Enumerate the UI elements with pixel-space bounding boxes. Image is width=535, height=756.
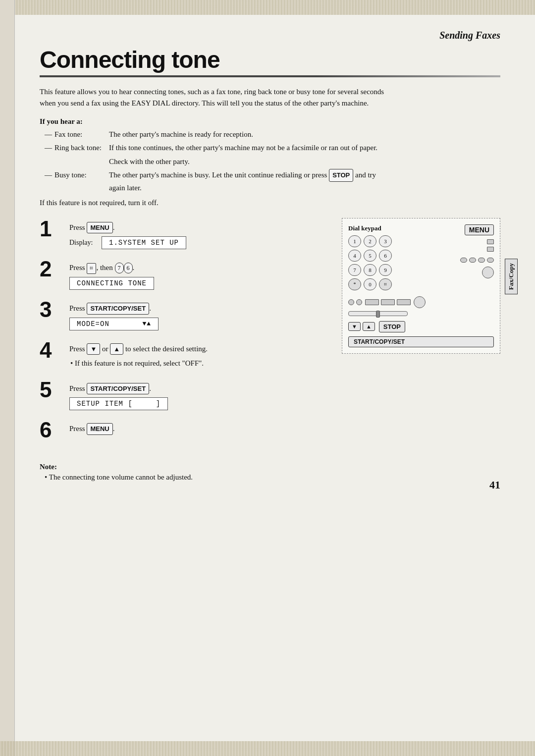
- key-8: 8: [364, 264, 376, 276]
- step-1-body: Press MENU. Display: 1.SYSTEM SET UP: [69, 218, 285, 252]
- step-1-display-row: Display: 1.SYSTEM SET UP: [69, 236, 285, 249]
- key-0: 0: [364, 278, 376, 290]
- slider-thumb: [376, 311, 380, 318]
- startcopyset-key-s5: START/COPY/SET: [87, 383, 149, 395]
- nav-down-key: ▼: [348, 322, 361, 331]
- small-circles-row: [348, 299, 362, 305]
- step-6-body: Press MENU.: [69, 419, 285, 438]
- steps-area: 1 Press MENU. Display: 1.SYSTEM SET UP 2…: [40, 218, 500, 448]
- key-2: 2: [364, 235, 376, 247]
- hash-key-s2: ⌗: [87, 263, 96, 274]
- step-3-arrows: ▼▲: [142, 320, 151, 327]
- up-key-s4: ▲: [110, 343, 123, 355]
- startcopyset-row: START/COPY/SET: [348, 336, 494, 347]
- step-1-display-label: Display:: [69, 239, 97, 247]
- step-6: 6 Press MENU.: [40, 419, 285, 441]
- tone-busy: — Busy tone: The other party's machine i…: [45, 169, 386, 195]
- note-section: Note: • The connecting tone volume canno…: [40, 463, 500, 482]
- slider-bar: [348, 311, 408, 316]
- step-4-body: Press ▼ or ▲ to select the desired setti…: [69, 339, 285, 372]
- nav-keys: ▼ ▲: [348, 322, 375, 331]
- key-9: 9: [379, 264, 392, 276]
- key-star: *: [348, 278, 361, 290]
- keypad-area: 1 2 3 4 5 6 7 8 9 * 0 ⌗: [348, 235, 393, 291]
- small-oval-row: [460, 258, 494, 263]
- page-number: 41: [489, 479, 500, 491]
- note-title: Note:: [40, 463, 500, 471]
- slider-row: [348, 311, 494, 316]
- tone-list: — Fax tone: The other party's machine is…: [45, 128, 386, 195]
- step-2-number: 2: [40, 258, 64, 280]
- stop-button-fax: STOP: [379, 321, 405, 332]
- step-5: 5 Press START/COPY/SET. SETUP ITEM [ ]: [40, 379, 285, 413]
- step-1-display-box: 1.SYSTEM SET UP: [102, 236, 186, 249]
- tone-ringback-2: Check with the other party.: [45, 156, 386, 168]
- turn-off-text: If this feature is not required, turn it…: [40, 199, 500, 207]
- note-item-1: • The connecting tone volume cannot be a…: [45, 473, 500, 482]
- step-3-number: 3: [40, 299, 64, 321]
- step-2-display-row: CONNECTING TONE: [69, 277, 285, 290]
- step-4-number: 4: [40, 339, 64, 361]
- dash-key3: [397, 299, 411, 305]
- hear-label: If you hear a:: [40, 117, 83, 125]
- fax-right-panel: MENU: [460, 224, 494, 278]
- fax-copy-tab: Fax/Copy: [505, 259, 518, 294]
- tone-fax: — Fax tone: The other party's machine is…: [45, 128, 386, 141]
- step-5-display-row: SETUP ITEM [ ]: [69, 397, 285, 410]
- step-5-display-box: SETUP ITEM [ ]: [69, 397, 168, 410]
- dial-label: Dial keypad: [348, 224, 393, 232]
- step-3-display-row: MODE=ON ▼▲: [69, 318, 285, 330]
- menu-key-s6: MENU: [87, 423, 112, 435]
- fax-key-rect1: [487, 239, 494, 244]
- dash-key2: [381, 299, 395, 305]
- down-key-s4: ▼: [87, 343, 100, 355]
- num7-key-s2: 7: [115, 263, 124, 273]
- circle1: [348, 299, 354, 305]
- step-2: 2 Press ⌗, then 76. CONNECTING TONE: [40, 258, 285, 292]
- step-1: 1 Press MENU. Display: 1.SYSTEM SET UP: [40, 218, 285, 252]
- menu-key-s1: MENU: [87, 222, 112, 234]
- big-dial-circle: [482, 267, 494, 278]
- fax-machine: Dial keypad 1 2 3 4 5 6 7 8 9 *: [342, 218, 500, 354]
- steps-left: 1 Press MENU. Display: 1.SYSTEM SET UP 2…: [40, 218, 285, 448]
- num6-key-s2: 6: [124, 263, 133, 273]
- hear-section: If you hear a: — Fax tone: The other par…: [40, 115, 386, 195]
- oval3: [478, 258, 485, 263]
- title-underline: [40, 75, 500, 77]
- key-3: 3: [379, 235, 392, 247]
- fax-top-row: Dial keypad 1 2 3 4 5 6 7 8 9 *: [348, 224, 494, 291]
- key-6: 6: [379, 250, 392, 262]
- step-1-number: 1: [40, 218, 64, 240]
- step-6-number: 6: [40, 419, 64, 441]
- key-1: 1: [348, 235, 361, 247]
- key-4: 4: [348, 250, 361, 262]
- step-3-body: Press START/COPY/SET. MODE=ON ▼▲: [69, 299, 285, 332]
- circle2: [356, 299, 362, 305]
- fax-bottom-row: ▼ ▲ STOP: [348, 321, 494, 332]
- key-5: 5: [364, 250, 376, 262]
- oval4: [487, 258, 494, 263]
- step-2-body: Press ⌗, then 76. CONNECTING TONE: [69, 258, 285, 292]
- step-4: 4 Press ▼ or ▲ to select the desired set…: [40, 339, 285, 372]
- tone-ringback-1: — Ring back tone: If this tone continues…: [45, 142, 386, 155]
- menu-key-fax: MENU: [465, 224, 494, 235]
- fax-left-panel: Dial keypad 1 2 3 4 5 6 7 8 9 *: [348, 224, 393, 291]
- step-3: 3 Press START/COPY/SET. MODE=ON ▼▲: [40, 299, 285, 332]
- knob: [414, 296, 426, 308]
- step-5-number: 5: [40, 379, 64, 401]
- page-title: Connecting tone: [40, 46, 500, 73]
- startcopyset-key-s3: START/COPY/SET: [87, 303, 149, 315]
- fax-middle-panel: [348, 296, 494, 308]
- right-function-keys: [487, 239, 494, 252]
- oval2: [469, 258, 476, 263]
- step-3-display-box: MODE=ON ▼▲: [69, 318, 159, 330]
- step-4-subbullet: • If this feature is not required, selec…: [70, 358, 285, 369]
- oval1: [460, 258, 467, 263]
- stop-key-inline: STOP: [329, 169, 353, 182]
- intro-text: This feature allows you to hear connecti…: [40, 86, 386, 108]
- section-header: Sending Faxes: [40, 30, 500, 41]
- step-2-display-box: CONNECTING TONE: [69, 277, 154, 290]
- key-hash: ⌗: [379, 278, 392, 290]
- dash-keys-row: [365, 299, 411, 305]
- fax-machine-illustration: Dial keypad 1 2 3 4 5 6 7 8 9 *: [300, 218, 500, 448]
